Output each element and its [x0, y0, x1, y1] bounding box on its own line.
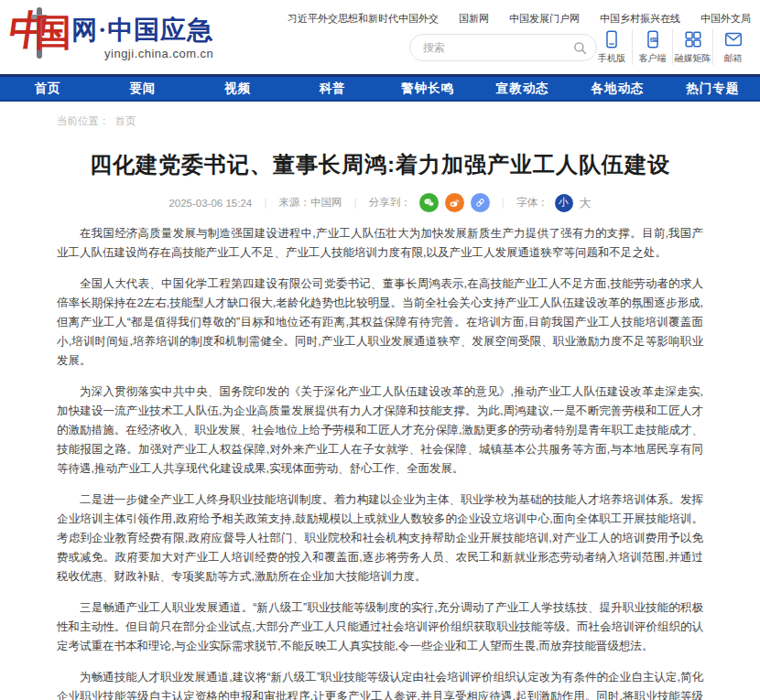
article-paragraph: 为深入贯彻落实中共中央、国务院印发的《关于深化产业工人队伍建设改革的意见》,推动…	[57, 382, 703, 479]
share-copylink-button[interactable]	[471, 193, 490, 212]
top-link-bar: 习近平外交思想和新时代中国外交 国新网 中国发展门户网 中国乡村振兴在线 中国外…	[288, 12, 751, 26]
logo-text-block: 网·中国应急 yingji.china.com.cn	[71, 16, 213, 60]
font-larger-button[interactable]: 大	[580, 195, 592, 211]
publish-date: 2025-03-06 15:24	[168, 198, 252, 209]
meta-separator: ｜	[260, 196, 270, 210]
article-paragraph: 为畅通技能人才职业发展通道,建议将“新八级工”职业技能等级认定由社会培训评价组织…	[57, 668, 703, 700]
logo-site-name: 网·中国应急	[71, 16, 213, 45]
nav-item-education[interactable]: 宣教动态	[475, 77, 570, 100]
quick-link-app[interactable]: APP 客户端	[632, 29, 672, 65]
quick-link-label: 手机版	[598, 52, 625, 65]
top-link-0[interactable]: 习近平外交思想和新时代中国外交	[288, 12, 439, 26]
logo-char-guo: 国	[35, 15, 71, 51]
link-icon	[474, 197, 486, 209]
font-size-controls: 字体： 小 大	[516, 194, 592, 212]
search-box	[409, 34, 597, 61]
nav-item-alarm-bell[interactable]: 警钟长鸣	[380, 77, 475, 100]
mail-icon	[723, 29, 744, 49]
mobile-icon	[602, 29, 622, 49]
article-paragraph: 三是畅通产业工人职业发展通道。“新八级工”职业技能等级制度的实行,充分调动了产业…	[57, 598, 703, 656]
grid-icon	[683, 29, 703, 49]
search-input[interactable]	[423, 41, 573, 54]
nav-item-science[interactable]: 科普	[285, 77, 380, 100]
site-logo[interactable]: 中 国 网·中国应急 yingji.china.com.cn	[11, 5, 213, 62]
breadcrumb: 当前位置：首页	[57, 114, 760, 128]
top-link-2[interactable]: 中国发展门户网	[509, 12, 580, 26]
share-wechat-button[interactable]	[419, 193, 439, 212]
logo-domain: yingji.china.com.cn	[71, 47, 213, 60]
page-title: 四化建党委书记、董事长周鸿:着力加强产业工人队伍建设	[57, 150, 703, 179]
site-header: 中 国 网·中国应急 yingji.china.com.cn 习近平外交思想和新…	[0, 0, 760, 77]
article-paragraph: 全国人大代表、中国化学工程第四建设有限公司党委书记、董事长周鸿表示,在高技能产业…	[57, 275, 703, 371]
quick-link-mobile[interactable]: 手机版	[592, 29, 632, 65]
nav-item-home[interactable]: 首页	[0, 77, 95, 100]
quick-link-label: 邮箱	[724, 52, 743, 65]
meta-separator: ｜	[351, 196, 361, 210]
breadcrumb-home-link[interactable]: 首页	[115, 115, 136, 126]
article-paragraph: 在我国经济高质量发展与制造强国建设进程中,产业工人队伍壮大为加快发展新质生产力提…	[57, 224, 703, 263]
main-nav: 首页 要闻 视频 科普 警钟长鸣 宣教动态 各地动态 热门专题	[0, 77, 760, 102]
wechat-icon	[423, 197, 435, 209]
article-body: 在我国经济高质量发展与制造强国建设进程中,产业工人队伍壮大为加快发展新质生产力提…	[57, 224, 703, 700]
top-link-1[interactable]: 国新网	[459, 12, 489, 26]
font-smaller-button[interactable]: 小	[555, 194, 573, 212]
quick-link-media-matrix[interactable]: 融媒矩阵	[672, 29, 712, 65]
article-paragraph: 二是进一步健全产业工人终身职业技能培训制度。着力构建以企业为主体、职业学校为基础…	[57, 490, 703, 587]
share-label: 分享到：	[369, 196, 411, 210]
quick-icon-bar: 手机版 APP 客户端 融媒矩阵 邮箱	[592, 29, 753, 65]
weibo-icon	[449, 197, 461, 209]
logo-brand-icon: 中 国	[11, 5, 70, 62]
share-buttons	[419, 193, 490, 212]
meta-separator: ｜	[498, 196, 508, 210]
nav-item-local[interactable]: 各地动态	[570, 77, 666, 100]
breadcrumb-label: 当前位置：	[57, 115, 110, 126]
quick-link-label: 客户端	[639, 52, 667, 65]
share-weibo-button[interactable]	[445, 193, 464, 212]
top-link-4[interactable]: 中国外文局	[700, 12, 751, 26]
article-meta: 2025-03-06 15:24 ｜ 来源：中国网 ｜ 分享到：	[57, 193, 703, 212]
nav-item-hot-topics[interactable]: 热门专题	[665, 77, 760, 100]
font-size-label: 字体：	[516, 196, 548, 210]
top-link-3[interactable]: 中国乡村振兴在线	[600, 12, 680, 26]
quick-link-label: 融媒矩阵	[675, 52, 711, 65]
app-icon: APP	[643, 29, 663, 49]
svg-text:APP: APP	[651, 38, 657, 42]
nav-item-news[interactable]: 要闻	[95, 77, 190, 100]
search-icon[interactable]	[573, 41, 587, 55]
quick-link-mail[interactable]: 邮箱	[712, 29, 753, 65]
article-source: 来源：中国网	[279, 196, 342, 210]
nav-item-video[interactable]: 视频	[190, 77, 286, 100]
article: 四化建党委书记、董事长周鸿:着力加强产业工人队伍建设 2025-03-06 15…	[57, 150, 703, 700]
